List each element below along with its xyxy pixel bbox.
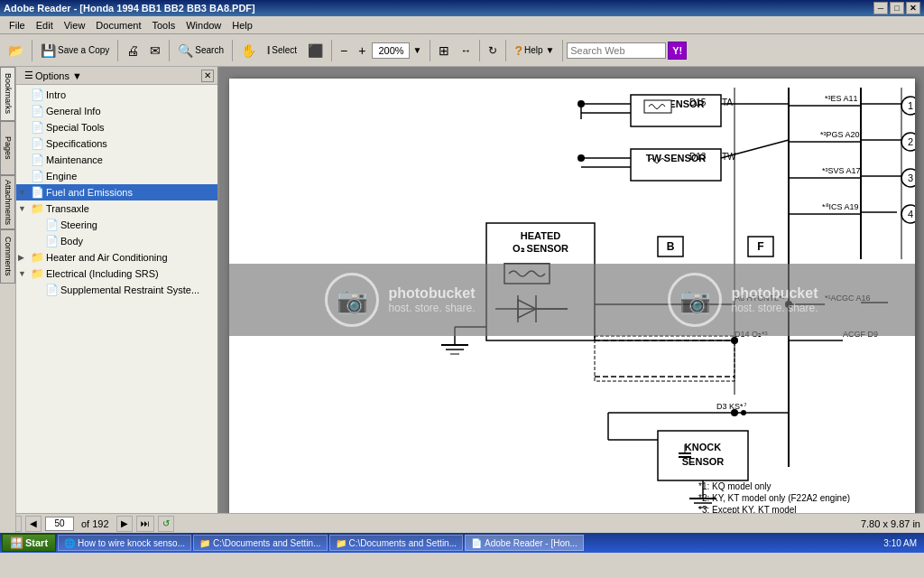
fit-width-button[interactable]: ↔	[456, 38, 476, 63]
snapshot-button[interactable]	[303, 38, 328, 63]
status-refresh[interactable]: ↺	[158, 516, 174, 532]
menu-help[interactable]: Help	[226, 18, 258, 33]
bookmark-maintenance[interactable]: 📄 Maintenance	[16, 152, 217, 168]
bookmark-specifications-label: Specifications	[46, 138, 107, 149]
bookmarks-tab[interactable]: Bookmarks	[0, 67, 15, 121]
bookmark-electrical[interactable]: ▼ 📁 Electrical (Including SRS)	[16, 266, 217, 282]
bookmark-supplemental-label: Supplemental Restraint Syste...	[60, 284, 199, 295]
pdf-page: 1 2 3 4 TA SENSOR D15	[229, 79, 915, 521]
doc-icon6: 📄	[31, 170, 43, 182]
taskbar-item-knock[interactable]: 🌐 How to wire knock senso...	[58, 535, 191, 551]
select-button[interactable]: I Select	[263, 38, 301, 63]
bookmark-engine[interactable]: 📄 Engine	[16, 168, 217, 184]
web-search-input[interactable]	[567, 42, 666, 59]
bookmark-heater-ac-label: Heater and Air Conditioning	[46, 252, 168, 263]
bookmark-special-tools[interactable]: 📄 Special Tools	[16, 119, 217, 135]
menu-file[interactable]: File	[4, 18, 31, 33]
start-button[interactable]: 🪟 Start	[2, 534, 56, 552]
svg-text:1: 1	[907, 100, 912, 111]
svg-text:*1: KQ model only: *1: KQ model only	[698, 481, 772, 491]
print-icon	[126, 43, 139, 58]
bookmark-general-info[interactable]: 📄 General Info	[16, 103, 217, 119]
bookmark-intro[interactable]: 📄 Intro	[16, 87, 217, 103]
bookmark-transaxle[interactable]: ▼ 📁 Transaxle	[16, 200, 217, 217]
window-title: Adobe Reader - [Honda 1994 BB1 BB2 BB3 B…	[4, 3, 255, 14]
taskbar-label-knock: How to wire knock senso...	[78, 538, 185, 548]
bookmark-heater-ac[interactable]: ▶ 📁 Heater and Air Conditioning	[16, 249, 217, 266]
help-icon	[514, 43, 522, 58]
menu-tools[interactable]: Tools	[147, 18, 181, 33]
window-controls: ─ □ ✕	[873, 2, 920, 14]
zoom-out-button[interactable]: −	[336, 38, 352, 63]
menu-edit[interactable]: Edit	[31, 18, 59, 33]
expand-transaxle: ▼	[18, 204, 29, 213]
expand-heater: ▶	[18, 253, 29, 262]
hand-icon	[241, 43, 256, 58]
open-button[interactable]	[4, 38, 28, 63]
separator2	[117, 40, 118, 61]
zoom-in-button[interactable]: +	[354, 38, 370, 63]
svg-text:D15: D15	[689, 98, 707, 107]
bookmark-header: ☰ Options ▼ ✕	[16, 67, 217, 85]
rotate-button[interactable]: ↻	[484, 38, 502, 63]
select-label: Select	[272, 45, 297, 55]
minimize-button[interactable]: ─	[873, 2, 888, 14]
taskbar-item-adobe[interactable]: 📄 Adobe Reader - [Hon...	[465, 535, 584, 551]
comments-tab[interactable]: Comments	[0, 229, 15, 284]
help-button[interactable]: Help ▼	[510, 38, 559, 63]
fit-page-button[interactable]: ⊞	[434, 38, 454, 63]
search-button[interactable]: Search	[173, 38, 228, 63]
doc-icon11: 📄	[45, 284, 58, 296]
expand-fuel: ▼	[18, 188, 29, 197]
select-icon: I	[267, 44, 270, 57]
status-prev-page[interactable]: ◀	[25, 516, 42, 532]
svg-text:*³SVS  A17: *³SVS A17	[822, 166, 861, 175]
page-size-label: 7.80 x 9.87 in	[861, 518, 920, 529]
menu-document[interactable]: Document	[90, 18, 146, 33]
svg-text:*2: KY, KT model only (F22A2 e: *2: KY, KT model only (F22A2 engine)	[698, 493, 850, 503]
yahoo-button[interactable]: Y!	[668, 42, 687, 60]
bookmark-supplemental[interactable]: 📄 Supplemental Restraint Syste...	[16, 282, 217, 298]
taskbar-item-docs2[interactable]: 📁 C:\Documents and Settin...	[329, 535, 464, 551]
close-panel-button[interactable]: ✕	[201, 70, 214, 82]
doc-icon2: 📄	[31, 105, 43, 117]
email-button[interactable]	[145, 38, 165, 63]
bookmark-steering[interactable]: 📄 Steering	[16, 217, 217, 233]
menu-window[interactable]: Window	[180, 18, 226, 33]
svg-text:3: 3	[907, 172, 912, 183]
snapshot-icon	[308, 43, 323, 58]
pdf-content-area[interactable]: 1 2 3 4 TA SENSOR D15	[219, 67, 924, 533]
folder-icon: 📁	[31, 202, 43, 215]
pages-tab[interactable]: Pages	[0, 121, 15, 175]
zoom-input[interactable]	[372, 42, 410, 59]
save-copy-button[interactable]: Save a Copy	[36, 38, 114, 63]
zoom-dropdown-button[interactable]: ▼	[411, 38, 426, 63]
print-button[interactable]	[122, 38, 143, 63]
status-next-page[interactable]: ▶	[116, 516, 133, 532]
bookmark-steering-label: Steering	[60, 219, 97, 230]
bookmark-intro-label: Intro	[46, 89, 66, 100]
close-button[interactable]: ✕	[906, 2, 920, 14]
maximize-button[interactable]: □	[890, 2, 904, 14]
total-pages-label: of 192	[78, 518, 113, 529]
svg-text:*¹ACGC  A16: *¹ACGC A16	[825, 294, 871, 303]
page-number-input[interactable]	[45, 517, 74, 531]
bookmark-fuel-emissions[interactable]: ▼ 📄 Fuel and Emissions	[16, 184, 217, 200]
separator4	[232, 40, 233, 61]
attachments-tab[interactable]: Attachments	[0, 175, 15, 229]
search-label: Search	[195, 45, 224, 55]
svg-text:A6 HTCNTL*³: A6 HTCNTL*³	[735, 294, 785, 303]
folder-icon3: 📁	[31, 267, 43, 280]
options-button[interactable]: ☰ Options ▼	[20, 68, 87, 83]
menu-view[interactable]: View	[59, 18, 91, 33]
taskbar-item-docs1[interactable]: 📁 C:\Documents and Settin...	[193, 535, 328, 551]
hand-tool-button[interactable]	[236, 38, 261, 63]
bookmark-body[interactable]: 📄 Body	[16, 233, 217, 249]
start-label: Start	[25, 537, 48, 548]
options-label: Options ▼	[35, 70, 82, 81]
status-last-page[interactable]: ⏭	[136, 516, 154, 532]
separator3	[169, 40, 170, 61]
bookmark-electrical-label: Electrical (Including SRS)	[46, 268, 159, 279]
bookmark-specifications[interactable]: 📄 Specifications	[16, 135, 217, 152]
doc-icon8: 📄	[45, 219, 58, 231]
